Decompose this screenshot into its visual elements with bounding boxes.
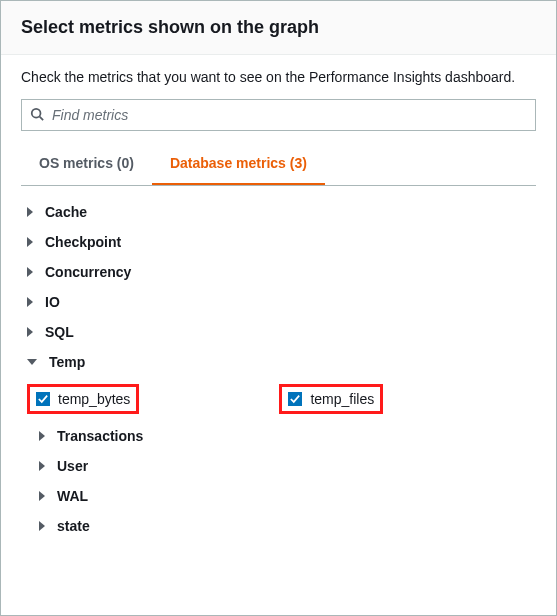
tree-group-label: Cache [45, 204, 87, 220]
tree-group-label: User [57, 458, 88, 474]
metric-label: temp_bytes [58, 391, 130, 407]
caret-right-icon [27, 327, 33, 337]
search-input[interactable] [52, 100, 527, 130]
metrics-tree: Cache Checkpoint Concurrency IO SQL Temp [27, 204, 536, 534]
tab-database-metrics[interactable]: Database metrics (3) [152, 145, 325, 185]
tree-group-io[interactable]: IO [27, 294, 536, 310]
tab-label: Database metrics (3) [170, 155, 307, 171]
caret-right-icon [27, 267, 33, 277]
search-icon [30, 107, 52, 124]
tree-group-label: Transactions [57, 428, 143, 444]
caret-down-icon [27, 359, 37, 365]
dialog-header: Select metrics shown on the graph [1, 1, 556, 55]
tree-group-label: IO [45, 294, 60, 310]
tree-group-label: Temp [49, 354, 85, 370]
instruction-text: Check the metrics that you want to see o… [21, 69, 536, 85]
caret-right-icon [39, 431, 45, 441]
tree-group-label: SQL [45, 324, 74, 340]
tree-group-label: Concurrency [45, 264, 131, 280]
tree-group-state[interactable]: state [39, 518, 536, 534]
tree-group-checkpoint[interactable]: Checkpoint [27, 234, 536, 250]
tab-label: OS metrics (0) [39, 155, 134, 171]
checkbox[interactable] [288, 392, 302, 406]
tree-group-cache[interactable]: Cache [27, 204, 536, 220]
caret-right-icon [39, 461, 45, 471]
tree-group-label: WAL [57, 488, 88, 504]
dialog-title: Select metrics shown on the graph [21, 17, 536, 38]
tree-group-temp[interactable]: Temp [27, 354, 536, 370]
tree-group-label: state [57, 518, 90, 534]
tabs-container: OS metrics (0) Database metrics (3) [21, 145, 536, 186]
metric-item-temp-bytes[interactable]: temp_bytes [27, 384, 139, 414]
tab-os-metrics[interactable]: OS metrics (0) [21, 145, 152, 185]
tree-group-sql[interactable]: SQL [27, 324, 536, 340]
metric-item-temp-files[interactable]: temp_files [279, 384, 383, 414]
caret-right-icon [27, 297, 33, 307]
caret-right-icon [27, 237, 33, 247]
checkbox[interactable] [36, 392, 50, 406]
caret-right-icon [39, 491, 45, 501]
caret-right-icon [27, 207, 33, 217]
metric-label: temp_files [310, 391, 374, 407]
tree-group-label: Checkpoint [45, 234, 121, 250]
tree-group-transactions[interactable]: Transactions [39, 428, 536, 444]
tree-group-user[interactable]: User [39, 458, 536, 474]
tree-group-concurrency[interactable]: Concurrency [27, 264, 536, 280]
caret-right-icon [39, 521, 45, 531]
tree-group-wal[interactable]: WAL [39, 488, 536, 504]
search-input-wrap[interactable] [21, 99, 536, 131]
svg-line-1 [40, 116, 44, 120]
tree-children: temp_bytes temp_files [27, 384, 536, 414]
svg-point-0 [32, 108, 41, 117]
